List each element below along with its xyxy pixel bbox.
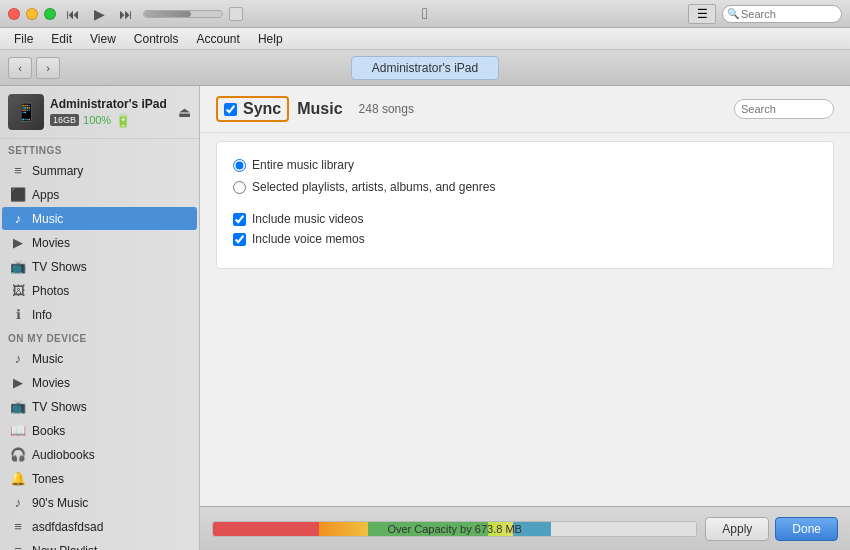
cap-audio <box>213 522 319 536</box>
sync-checkbox-wrapper: Sync <box>216 96 289 122</box>
sidebar-label-summary: Summary <box>32 164 83 178</box>
play-button[interactable]: ▶ <box>90 4 109 24</box>
menu-file[interactable]: File <box>6 30 41 48</box>
sidebar-item-tv-shows[interactable]: 📺 TV Shows <box>2 255 197 278</box>
capacity-bar-wrapper: Over Capacity by 673.8 MB <box>212 521 697 537</box>
list-icon[interactable]: ☰ <box>688 4 716 24</box>
menu-view[interactable]: View <box>82 30 124 48</box>
window-controls: ⏮ ▶ ⏭ <box>8 4 243 24</box>
sidebar-item-photos[interactable]: 🖼 Photos <box>2 279 197 302</box>
sidebar-label-d-movies: Movies <box>32 376 70 390</box>
sidebar-item-d-music[interactable]: ♪ Music <box>2 347 197 370</box>
eject-button[interactable]: ⏏ <box>178 104 191 120</box>
sidebar-item-d-audiobooks[interactable]: 🎧 Audiobooks <box>2 443 197 466</box>
sidebar-item-d-tv-shows[interactable]: 📺 TV Shows <box>2 395 197 418</box>
sidebar-item-d-movies[interactable]: ▶ Movies <box>2 371 197 394</box>
sidebar-label-d-tv-shows: TV Shows <box>32 400 87 414</box>
search-icon: 🔍 <box>727 8 739 19</box>
nav-arrows: ‹ › <box>8 57 60 79</box>
sidebar-label-d-books: Books <box>32 424 65 438</box>
music-heading: Music <box>297 100 342 118</box>
main-container: 📱 Administrator's iPad 16GB 100% 🔋 ⏏ Set… <box>0 86 850 550</box>
title-bar-right: ☰ 🔍 <box>688 4 842 24</box>
sidebar-item-d-asfdasfd[interactable]: ≡ asdfdasfdsad <box>2 515 197 538</box>
sidebar-item-d-new-playlist1[interactable]: ≡ New Playlist <box>2 539 197 550</box>
sidebar-item-d-tones[interactable]: 🔔 Tones <box>2 467 197 490</box>
sidebar-label-d-music: Music <box>32 352 63 366</box>
sidebar-item-summary[interactable]: ≡ Summary <box>2 159 197 182</box>
music-icon: ♪ <box>10 211 26 226</box>
include-voice-memos-label: Include voice memos <box>252 232 365 246</box>
content-search-input[interactable] <box>734 99 834 119</box>
close-button[interactable] <box>8 8 20 20</box>
sidebar-label-d-audiobooks: Audiobooks <box>32 448 95 462</box>
cap-free <box>551 522 696 536</box>
playback-progress[interactable] <box>143 10 223 18</box>
sync-label: Sync <box>243 100 281 118</box>
device-tab[interactable]: Administrator's iPad <box>351 56 499 80</box>
device-name: Administrator's iPad <box>50 97 172 111</box>
apple-logo:  <box>422 5 428 23</box>
d-asfdasfd-icon: ≡ <box>10 519 26 534</box>
nav-bar: ‹ › Administrator's iPad <box>0 50 850 86</box>
done-button[interactable]: Done <box>775 517 838 541</box>
sidebar-item-d-books[interactable]: 📖 Books <box>2 419 197 442</box>
sidebar-label-apps: Apps <box>32 188 59 202</box>
fast-forward-button[interactable]: ⏭ <box>115 4 137 24</box>
sidebar-label-movies: Movies <box>32 236 70 250</box>
menu-controls[interactable]: Controls <box>126 30 187 48</box>
search-input[interactable] <box>722 5 842 23</box>
d-audiobooks-icon: 🎧 <box>10 447 26 462</box>
bottom-bar: Over Capacity by 673.8 MB Apply Done <box>200 506 850 550</box>
sidebar-label-d-90s: 90's Music <box>32 496 88 510</box>
movies-icon: ▶ <box>10 235 26 250</box>
sidebar: 📱 Administrator's iPad 16GB 100% 🔋 ⏏ Set… <box>0 86 200 550</box>
sidebar-item-movies[interactable]: ▶ Movies <box>2 231 197 254</box>
sync-checkbox[interactable] <box>224 103 237 116</box>
device-info: Administrator's iPad 16GB 100% 🔋 <box>50 97 172 128</box>
screen-button[interactable] <box>229 7 243 21</box>
rewind-button[interactable]: ⏮ <box>62 4 84 24</box>
menu-account[interactable]: Account <box>189 30 248 48</box>
d-movies-icon: ▶ <box>10 375 26 390</box>
bottom-buttons: Apply Done <box>705 517 838 541</box>
device-icon: 📱 <box>8 94 44 130</box>
d-tones-icon: 🔔 <box>10 471 26 486</box>
d-new-playlist1-icon: ≡ <box>10 543 26 550</box>
cap-photos <box>319 522 367 536</box>
info-icon: ℹ <box>10 307 26 322</box>
sidebar-item-music[interactable]: ♪ Music <box>2 207 197 230</box>
entire-library-radio[interactable] <box>233 159 246 172</box>
include-videos-option: Include music videos <box>233 212 817 226</box>
sidebar-label-tv-shows: TV Shows <box>32 260 87 274</box>
back-button[interactable]: ‹ <box>8 57 32 79</box>
forward-button[interactable]: › <box>36 57 60 79</box>
capacity-bar <box>212 521 697 537</box>
entire-library-option: Entire music library <box>233 158 817 172</box>
minimize-button[interactable] <box>26 8 38 20</box>
maximize-button[interactable] <box>44 8 56 20</box>
apply-button[interactable]: Apply <box>705 517 769 541</box>
apps-icon: ⬛ <box>10 187 26 202</box>
sidebar-item-info[interactable]: ℹ Info <box>2 303 197 326</box>
on-my-device-section-label: On My Device <box>0 327 199 346</box>
d-books-icon: 📖 <box>10 423 26 438</box>
songs-count: 248 songs <box>359 102 414 116</box>
selected-option: Selected playlists, artists, albums, and… <box>233 180 817 194</box>
sidebar-item-d-90s-music[interactable]: ♪ 90's Music <box>2 491 197 514</box>
selected-radio[interactable] <box>233 181 246 194</box>
menu-edit[interactable]: Edit <box>43 30 80 48</box>
battery-icon: 🔋 <box>115 113 131 128</box>
include-videos-checkbox[interactable] <box>233 213 246 226</box>
include-voice-memos-checkbox[interactable] <box>233 233 246 246</box>
include-voice-memos-option: Include voice memos <box>233 232 817 246</box>
include-videos-label: Include music videos <box>252 212 363 226</box>
search-wrapper: 🔍 <box>722 5 842 23</box>
d-tv-shows-icon: 📺 <box>10 399 26 414</box>
sidebar-label-d-asfdasfd: asdfdasfdsad <box>32 520 103 534</box>
menu-help[interactable]: Help <box>250 30 291 48</box>
sync-header: Sync Music 248 songs <box>200 86 850 133</box>
battery-status: 100% <box>83 114 111 126</box>
cap-apps <box>368 522 489 536</box>
sidebar-item-apps[interactable]: ⬛ Apps <box>2 183 197 206</box>
